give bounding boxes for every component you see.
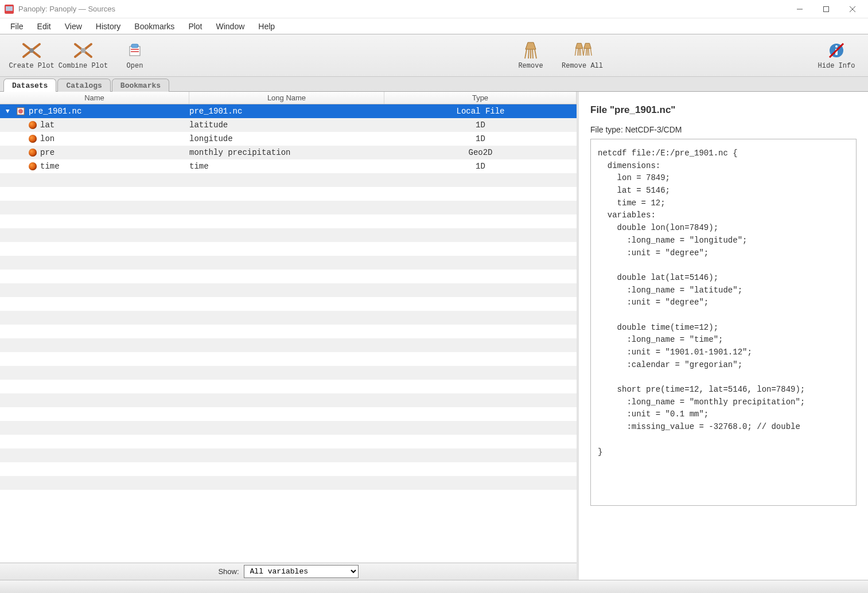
menu-bookmarks[interactable]: Bookmarks <box>127 19 181 33</box>
menu-window[interactable]: Window <box>209 19 252 33</box>
variable-icon <box>29 149 37 157</box>
row-type: 1D <box>384 120 577 130</box>
table-row <box>0 393 577 407</box>
column-type[interactable]: Type <box>384 92 577 104</box>
table-row <box>0 283 577 297</box>
open-label: Open <box>127 62 143 70</box>
table-row <box>0 366 577 380</box>
table-row <box>0 173 577 187</box>
close-button[interactable] <box>839 0 866 18</box>
open-button[interactable]: Open <box>109 41 161 70</box>
minimize-button[interactable] <box>787 0 813 18</box>
svg-rect-2 <box>6 6 13 11</box>
row-type: 1D <box>384 162 577 171</box>
row-name: time <box>40 162 60 171</box>
svg-line-33 <box>589 48 589 56</box>
datasets-pane: Name Long Name Type ▼pre_1901.ncpre_1901… <box>0 92 579 580</box>
table-body[interactable]: ▼pre_1901.ncpre_1901.ncLocal Filelatlati… <box>0 104 577 563</box>
row-type: Geo2D <box>384 148 577 157</box>
column-long-name[interactable]: Long Name <box>189 92 384 104</box>
svg-point-9 <box>29 48 34 53</box>
svg-line-25 <box>578 48 578 56</box>
row-type: 1D <box>384 134 577 143</box>
table-row <box>0 421 577 435</box>
info-pane: File "pre_1901.nc" File type: NetCDF-3/C… <box>579 92 868 580</box>
table-row[interactable]: latlatitude1D <box>0 118 577 132</box>
table-row <box>0 311 577 325</box>
show-select[interactable]: All variables <box>244 565 359 578</box>
table-row <box>0 228 577 242</box>
create-plot-button[interactable]: Create Plot <box>6 41 57 70</box>
table-row <box>0 435 577 448</box>
svg-rect-16 <box>131 51 139 52</box>
remove-button[interactable]: Remove <box>505 41 556 70</box>
remove-all-icon <box>572 41 593 60</box>
svg-line-27 <box>580 48 581 56</box>
menu-edit[interactable]: Edit <box>30 19 58 33</box>
maximize-button[interactable] <box>813 0 839 18</box>
open-icon <box>124 41 145 60</box>
variable-icon <box>29 121 37 129</box>
table-row <box>0 448 577 462</box>
svg-marker-23 <box>575 43 583 48</box>
svg-line-30 <box>583 48 585 56</box>
table-row[interactable]: timetime1D <box>0 159 577 173</box>
create-plot-label: Create Plot <box>9 62 54 70</box>
svg-rect-15 <box>131 49 139 50</box>
table-row <box>0 352 577 366</box>
hide-info-label: Hide Info <box>818 62 855 70</box>
hide-info-button[interactable]: Hide Info <box>811 41 862 70</box>
row-type: Local File <box>384 107 577 116</box>
row-name: pre_1901.nc <box>29 107 81 116</box>
row-long-name: longitude <box>189 134 384 143</box>
variable-icon <box>29 135 37 143</box>
row-name: pre <box>40 148 55 157</box>
svg-line-21 <box>532 49 533 58</box>
table-header: Name Long Name Type <box>0 92 577 104</box>
show-label: Show: <box>218 567 239 576</box>
svg-rect-36 <box>835 45 838 48</box>
tab-datasets[interactable]: Datasets <box>3 79 56 92</box>
table-row <box>0 256 577 270</box>
remove-all-button[interactable]: Remove All <box>556 41 608 70</box>
table-row <box>0 380 577 393</box>
show-bar: Show: All variables <box>0 563 577 580</box>
tab-catalogs[interactable]: Catalogs <box>57 79 110 92</box>
combine-plot-label: Combine Plot <box>59 62 108 70</box>
table-row[interactable]: ▼pre_1901.ncpre_1901.ncLocal File <box>0 104 577 118</box>
combine-plot-icon <box>73 41 94 60</box>
statusbar <box>0 580 868 593</box>
svg-line-31 <box>586 48 586 56</box>
file-type-value: NetCDF-3/CDM <box>625 125 682 134</box>
svg-line-18 <box>525 49 527 58</box>
row-long-name: monthly precipitation <box>189 148 384 157</box>
row-long-name: pre_1901.nc <box>189 107 384 116</box>
svg-line-24 <box>575 48 576 56</box>
file-type-line: File type: NetCDF-3/CDM <box>590 125 857 134</box>
row-long-name: latitude <box>189 120 384 130</box>
info-heading: File "pre_1901.nc" <box>590 104 857 116</box>
hide-info-icon <box>826 41 847 60</box>
menu-file[interactable]: File <box>3 19 30 33</box>
svg-marker-29 <box>584 43 591 48</box>
menu-plot[interactable]: Plot <box>181 19 209 33</box>
tree-expand-icon[interactable]: ▼ <box>6 108 13 115</box>
svg-line-22 <box>535 49 536 58</box>
table-row <box>0 476 577 490</box>
tab-bookmarks[interactable]: Bookmarks <box>112 79 169 92</box>
menu-help[interactable]: Help <box>251 19 282 33</box>
combine-plot-button[interactable]: Combine Plot <box>57 41 109 70</box>
table-row[interactable]: premonthly precipitationGeo2D <box>0 146 577 159</box>
table-row[interactable]: lonlongitude1D <box>0 132 577 146</box>
cdl-dump[interactable]: netcdf file:/E:/pre_1901.nc { dimensions… <box>590 139 857 506</box>
table-row <box>0 297 577 311</box>
svg-line-34 <box>590 48 591 56</box>
column-name[interactable]: Name <box>0 92 189 104</box>
row-long-name: time <box>189 162 384 171</box>
row-name: lon <box>40 134 55 143</box>
menu-view[interactable]: View <box>58 19 89 33</box>
menu-history[interactable]: History <box>89 19 128 33</box>
titlebar: Panoply: Panoply — Sources <box>0 0 868 18</box>
app-icon <box>5 5 14 14</box>
window-title: Panoply: Panoply — Sources <box>18 5 115 13</box>
